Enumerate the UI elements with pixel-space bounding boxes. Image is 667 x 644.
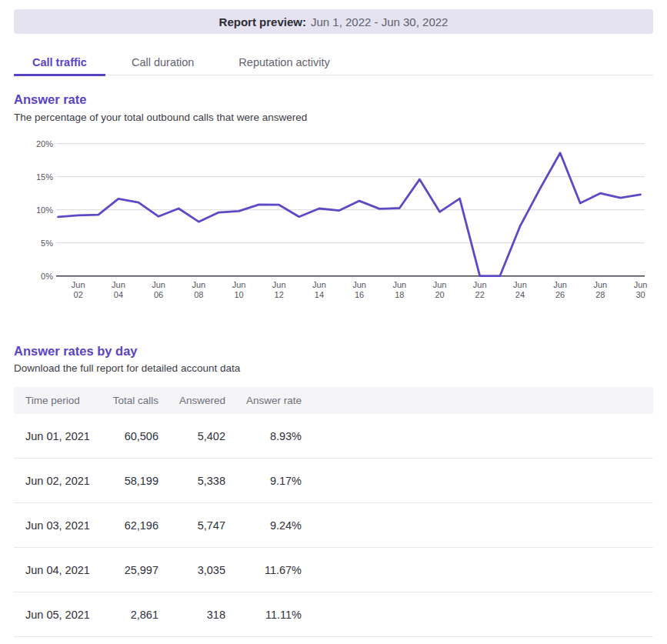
answer-rates-by-day-subtitle: Download the full report for detailed ac… (14, 362, 240, 374)
y-gridlines (56, 144, 645, 276)
report-date-range: Jun 1, 2022 - Jun 30, 2022 (311, 15, 448, 28)
x-tick-label-day: 20 (435, 290, 444, 299)
x-tick-label-day: 04 (114, 290, 123, 299)
x-tick-label-month: Jun (152, 280, 165, 289)
y-tick-label: 0% (41, 272, 53, 281)
x-tick-label-month: Jun (352, 280, 366, 289)
x-tick-label-month: Jun (634, 280, 648, 289)
x-axis-labels: Jun02Jun04Jun06Jun08Jun10Jun12Jun14Jun16… (72, 280, 648, 299)
table-row: Jun 04, 202125,9973,03511.67% (14, 548, 653, 592)
cell-answer-rate: 9.17% (225, 475, 302, 487)
cell-time-period: Jun 02, 2021 (14, 475, 98, 487)
cell-time-period: Jun 05, 2021 (14, 609, 98, 621)
x-tick-label-month: Jun (72, 280, 85, 289)
cell-answered: 5,402 (158, 430, 225, 442)
cell-answered: 5,747 (158, 519, 225, 532)
tab-call-duration-label: Call duration (132, 56, 194, 68)
col-header-answer-rate: Answer rate (225, 395, 302, 406)
answer-rates-by-day-title: Answer rates by day (14, 344, 138, 359)
x-tick-label-day: 22 (475, 290, 485, 299)
cell-total-calls: 58,199 (98, 475, 158, 487)
x-tick-label-day: 12 (275, 290, 284, 299)
x-tick-label-month: Jun (192, 280, 205, 289)
tab-call-duration[interactable]: Call duration (113, 51, 212, 76)
cell-answer-rate: 8.93% (225, 430, 302, 442)
tab-bar: Call traffic Call duration Reputation ac… (14, 51, 653, 75)
col-header-answered: Answered (158, 395, 225, 406)
y-tick-label: 10% (36, 205, 53, 215)
cell-total-calls: 25,997 (98, 564, 158, 576)
y-tick-label: 20% (36, 139, 53, 148)
x-tick-label-day: 14 (315, 290, 324, 299)
report-preview-page: Report preview: Jun 1, 2022 - Jun 30, 20… (0, 0, 667, 644)
x-tick-label-month: Jun (433, 280, 447, 289)
tab-call-traffic-label: Call traffic (32, 56, 87, 68)
x-tick-label-day: 08 (194, 290, 203, 299)
cell-time-period: Jun 04, 2021 (14, 564, 98, 576)
table-row: Jun 03, 202162,1965,7479.24% (14, 503, 653, 548)
table-body: Jun 01, 202160,5065,4028.93%Jun 02, 2021… (14, 414, 653, 637)
cell-answer-rate: 11.67% (225, 564, 302, 576)
x-tick-label-month: Jun (553, 280, 567, 289)
y-tick-label: 5% (41, 239, 53, 248)
report-preview-label: Report preview: (219, 15, 306, 28)
answer-rate-line (58, 153, 641, 276)
cell-total-calls: 2,861 (98, 609, 158, 621)
table-row: Jun 01, 202160,5065,4028.93% (14, 414, 653, 459)
x-tick-label-day: 18 (395, 290, 404, 299)
col-header-time-period: Time period (14, 395, 98, 406)
answer-rate-title: Answer rate (14, 92, 86, 107)
x-tick-label-month: Jun (473, 280, 487, 289)
answer-rates-table: Time period Total calls Answered Answer … (14, 387, 653, 637)
x-tick-label-month: Jun (112, 280, 125, 289)
cell-answered: 5,338 (158, 475, 225, 487)
answer-rate-chart-svg: 0%5%10%15%20%Jun02Jun04Jun06Jun08Jun10Ju… (0, 135, 667, 319)
answer-rate-subtitle: The percentage of your total outbound ca… (14, 112, 307, 123)
x-tick-label-day: 24 (515, 290, 525, 299)
x-tick-label-month: Jun (392, 280, 406, 289)
x-tick-label-month: Jun (272, 280, 286, 289)
cell-answer-rate: 11.11% (225, 609, 302, 621)
cell-time-period: Jun 03, 2021 (14, 519, 98, 532)
x-tick-label-month: Jun (312, 280, 326, 289)
answer-rate-chart: 0%5%10%15%20%Jun02Jun04Jun06Jun08Jun10Ju… (0, 135, 667, 319)
x-tick-label-month: Jun (232, 280, 246, 289)
cell-answered: 318 (158, 609, 225, 621)
x-tick-label-day: 28 (595, 290, 605, 299)
x-tick-label-day: 30 (635, 290, 645, 299)
report-preview-banner: Report preview: Jun 1, 2022 - Jun 30, 20… (14, 9, 653, 34)
x-tick-label-day: 26 (555, 290, 565, 299)
table-row: Jun 02, 202158,1995,3389.17% (14, 459, 653, 503)
x-tick-label-day: 10 (234, 290, 243, 299)
tab-reputation-activity-label: Reputation activity (238, 56, 329, 68)
x-tick-label-month: Jun (593, 280, 607, 289)
tab-reputation-activity[interactable]: Reputation activity (220, 51, 348, 76)
table-header-row: Time period Total calls Answered Answer … (14, 387, 653, 414)
x-tick-label-day: 16 (355, 290, 364, 299)
cell-answer-rate: 9.24% (225, 519, 302, 532)
cell-time-period: Jun 01, 2021 (14, 430, 98, 442)
x-tick-label-day: 02 (74, 290, 83, 299)
y-axis-labels: 0%5%10%15%20% (36, 139, 53, 281)
x-tick-label-month: Jun (513, 280, 527, 289)
cell-total-calls: 60,506 (98, 430, 158, 442)
col-header-total-calls: Total calls (98, 395, 158, 406)
y-tick-label: 15% (36, 172, 53, 182)
cell-total-calls: 62,196 (98, 519, 158, 532)
cell-answered: 3,035 (158, 564, 225, 576)
tab-call-traffic[interactable]: Call traffic (14, 51, 105, 76)
x-tick-label-day: 06 (154, 290, 163, 299)
table-row: Jun 05, 20212,86131811.11% (14, 592, 653, 637)
